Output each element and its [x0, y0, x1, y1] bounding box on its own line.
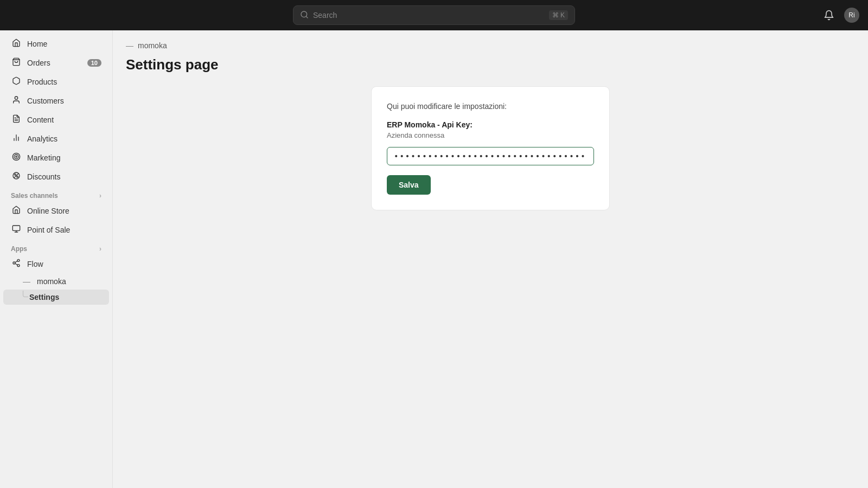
- apps-chevron: ›: [99, 245, 101, 253]
- apps-header[interactable]: Apps ›: [0, 240, 112, 255]
- orders-badge: 10: [87, 59, 101, 67]
- discounts-icon: [11, 171, 22, 182]
- notifications-button[interactable]: [820, 7, 838, 24]
- sidebar-item-online-store[interactable]: Online Store: [3, 202, 109, 220]
- sidebar-item-content[interactable]: Content: [3, 111, 109, 129]
- sidebar-item-flow[interactable]: Flow: [3, 255, 109, 273]
- topbar-right: Ri: [820, 7, 859, 24]
- sidebar-item-orders[interactable]: Orders 10: [3, 54, 109, 72]
- api-key-input[interactable]: [387, 147, 594, 165]
- tree-arc-icon: [23, 291, 28, 297]
- search-bar[interactable]: ⌘ K: [293, 5, 575, 25]
- store-icon: [11, 206, 22, 216]
- sidebar-item-marketing[interactable]: Marketing: [3, 149, 109, 167]
- svg-line-1: [306, 16, 308, 18]
- customers-icon: [11, 95, 22, 106]
- breadcrumb-dash-icon: —: [126, 41, 133, 50]
- breadcrumb: — momoka: [126, 41, 855, 50]
- svg-line-22: [15, 261, 18, 262]
- sidebar-item-momoka[interactable]: — momoka: [3, 274, 109, 289]
- topbar: ⌘ K Ri: [0, 0, 868, 30]
- products-icon: [11, 76, 22, 87]
- card-intro: Qui puoi modificare le impostazioni:: [387, 102, 594, 111]
- svg-point-11: [16, 156, 17, 158]
- svg-point-3: [15, 97, 17, 99]
- sidebar-item-home[interactable]: Home: [3, 35, 109, 53]
- main-content: — momoka Settings page Qui puoi modifica…: [113, 30, 868, 488]
- sales-channels-chevron: ›: [99, 192, 101, 200]
- dash-icon: —: [23, 277, 30, 286]
- sidebar: Home Orders 10 Products Customers Cont: [0, 30, 113, 488]
- flow-icon: [11, 259, 22, 269]
- marketing-icon: [11, 152, 22, 163]
- content-icon: [11, 114, 22, 125]
- search-shortcut: ⌘ K: [549, 10, 568, 20]
- orders-icon: [11, 57, 22, 68]
- page-title: Settings page: [126, 56, 855, 73]
- sidebar-item-discounts[interactable]: Discounts: [3, 168, 109, 186]
- svg-rect-15: [12, 226, 20, 230]
- sidebar-item-customers[interactable]: Customers: [3, 92, 109, 110]
- sales-channels-header[interactable]: Sales channels ›: [0, 187, 112, 202]
- search-icon: [300, 10, 309, 21]
- sidebar-item-settings[interactable]: Settings: [3, 290, 109, 305]
- search-input[interactable]: [313, 11, 545, 20]
- sidebar-item-analytics[interactable]: Analytics: [3, 130, 109, 148]
- pos-icon: [11, 224, 22, 235]
- analytics-icon: [11, 133, 22, 144]
- svg-point-10: [14, 155, 18, 159]
- svg-line-21: [15, 264, 18, 265]
- svg-point-13: [17, 176, 18, 178]
- home-icon: [11, 38, 22, 49]
- avatar[interactable]: Ri: [844, 8, 859, 23]
- sidebar-item-point-of-sale[interactable]: Point of Sale: [3, 221, 109, 239]
- svg-line-14: [15, 174, 18, 178]
- api-label: ERP Momoka - Api Key:: [387, 120, 594, 129]
- save-button[interactable]: Salva: [387, 175, 431, 195]
- svg-point-12: [15, 174, 16, 176]
- sidebar-item-products[interactable]: Products: [3, 73, 109, 91]
- settings-card: Qui puoi modificare le impostazioni: ERP…: [371, 86, 610, 210]
- company-label: Azienda connessa: [387, 131, 594, 139]
- layout: Home Orders 10 Products Customers Cont: [0, 30, 868, 488]
